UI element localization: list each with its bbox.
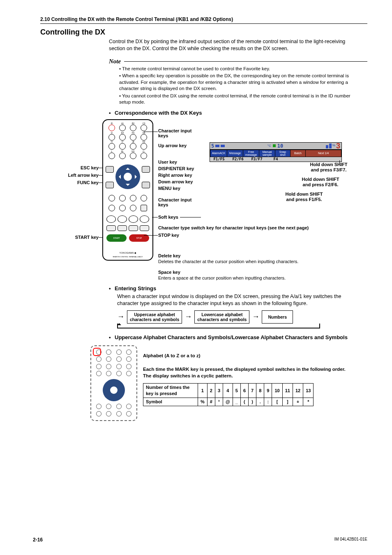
sym-col: 1 (198, 384, 208, 398)
page-footer: 2-16 IM 04L42B01-01E (33, 537, 367, 543)
label-char-input-2: Character input keys (158, 197, 191, 207)
cycle-return-line (117, 324, 320, 328)
label-right-arrow: Right arrow key (158, 173, 192, 178)
label-softkeys: Soft keys (158, 215, 178, 220)
sym-val: [ (272, 398, 282, 406)
sym-val: ] (282, 398, 293, 406)
sym-val: _ (233, 398, 240, 406)
sym-col: 8 (256, 384, 264, 398)
note-heading: Note (109, 58, 367, 65)
sym-col: 9 (264, 384, 272, 398)
label-start: START key (45, 235, 99, 240)
remote-start-button: START (106, 234, 127, 242)
dx-fkey: F1/F5 (212, 157, 226, 162)
remote-diagram: ESC key Left arrow key FUNC key START ke… (45, 119, 355, 284)
sym-val: . (256, 398, 264, 406)
sym-col: 3 (215, 384, 223, 398)
label-left-arrow: Left arrow key (45, 173, 99, 178)
shift-hint-2: Hold down SHIFT and press F2/F6. (284, 177, 357, 187)
label-func: FUNC key (45, 180, 99, 185)
label-delete-h: Delete key (158, 253, 180, 258)
subsection-label: Correspondence with the DX Keys (115, 110, 202, 116)
bottom-wrap: Alphabet (A to Z or a to z) Each time th… (90, 345, 355, 421)
sym-col: 6 (240, 384, 248, 398)
dx-btn: Free message (243, 150, 259, 157)
sym-col: 7 (249, 384, 256, 398)
note-list: The remote control terminal cannot be us… (119, 66, 355, 106)
sym-col: 13 (303, 384, 314, 398)
dx-btn: Batch (291, 150, 305, 157)
arrow-icon: → (252, 312, 259, 321)
note-item: When a specific key operation is possibl… (119, 73, 355, 92)
mini-remote (90, 345, 137, 421)
label-char-input: Character input keys (158, 128, 191, 138)
label-disp-enter: DISP/ENTER key (158, 166, 194, 171)
dx-btn: Next 1/4 (306, 150, 341, 157)
highlight-box (93, 348, 101, 356)
cycle-uppercase: Uppercase alphabet characters and symbol… (127, 310, 182, 324)
shift-hint-3: Hold down SHIFT and press F3/F7. (300, 162, 357, 173)
label-delete-t: Deletes the character at the cursor posi… (158, 259, 364, 264)
remote-body: IDA1B2C3 DE4F5G6 HI7J8K9 LM-NOO. START S (102, 119, 153, 261)
page-number: 2-16 (33, 537, 43, 543)
doc-id: IM 04L42B01-01E (334, 537, 367, 543)
label-up-arrow: Up arrow key (158, 143, 187, 148)
sym-val: % (198, 398, 208, 406)
label-esc: ESC key (45, 165, 99, 170)
sym-col: 5 (233, 384, 240, 398)
sym-col: 2 (207, 384, 215, 398)
dx-id: 10 (277, 143, 283, 149)
sym-val: : (264, 398, 272, 406)
arrow-icon: → (184, 312, 192, 321)
dx-group-num: 5 (211, 143, 214, 149)
label-menu: MENU key (158, 186, 180, 191)
dx-btn: Message (227, 150, 243, 157)
section-title: Controlling the DX (40, 28, 367, 37)
sym-row-label: Symbol (143, 398, 198, 406)
entering-text: When a character input window is display… (117, 293, 355, 307)
subsection-label: Uppercase Alphabet Characters and Symbol… (115, 334, 348, 340)
dx-btn: Snap shot (275, 150, 290, 157)
sym-header: Number of times the key is pressed (143, 384, 198, 398)
dx-btn: Manual sample (259, 150, 275, 157)
dx-btn: AlarmACK (210, 150, 227, 157)
horizontal-rule (124, 61, 367, 62)
sym-val: ( (240, 398, 248, 406)
cycle-numbers: Numbers (262, 310, 293, 324)
page: 2.10 Controlling the DX with the Remote … (0, 0, 392, 555)
remote-brand: YOKOGAWA ◆ (103, 251, 152, 254)
subsection-label: Entering Strings (115, 285, 156, 291)
dx-fkey: F2/F6 (231, 157, 245, 162)
right-text-block: Alphabet (A to Z or a to z) Each time th… (143, 345, 355, 406)
subsection-correspondence: •Correspondence with the DX Keys (109, 110, 367, 116)
alpha-line: Alphabet (A to Z or a to z) (143, 353, 355, 359)
sym-col: 10 (272, 384, 282, 398)
subsection-upper-lower: •Uppercase Alphabet Characters and Symbo… (109, 334, 367, 340)
symbol-table: Number of times the key is pressed 1 2 3… (143, 383, 314, 406)
note-item: You cannot control the DX using the remo… (119, 93, 355, 106)
sym-val: @ (223, 398, 233, 406)
sym-val: ) (249, 398, 256, 406)
sym-val: * (303, 398, 314, 406)
sym-col: 12 (293, 384, 303, 398)
dx-pct: % (332, 143, 335, 147)
dx-unit: °C (267, 144, 271, 148)
cycle-row: → Uppercase alphabet characters and symb… (117, 310, 367, 324)
arrow-icon: → (117, 312, 125, 321)
remote-model: REMOTE CONTROL TERMINAL 438227 (103, 256, 152, 258)
dx-screen: 5 °C 10 % 3 AlarmACK Message (210, 142, 342, 162)
sym-col: 4 (223, 384, 233, 398)
dx-fkey: F4 (268, 157, 283, 162)
sym-val: # (207, 398, 215, 406)
subsection-entering: •Entering Strings (109, 285, 367, 291)
label-space-h: Space key (158, 270, 180, 275)
intro-paragraph: Control the DX by pointing the infrared … (109, 38, 355, 52)
sym-val: ° (215, 398, 223, 406)
label-user: User key (158, 160, 177, 164)
dx-fkey: F3/F7 (249, 157, 264, 162)
note-item: The remote control terminal cannot be us… (119, 66, 355, 72)
mark-line-1: Each time the MARK key is pressed, the d… (143, 366, 355, 373)
note-label: Note (109, 58, 121, 65)
label-down-arrow: Down arrow key (158, 179, 193, 184)
running-header: 2.10 Controlling the DX with the Remote … (40, 16, 367, 24)
